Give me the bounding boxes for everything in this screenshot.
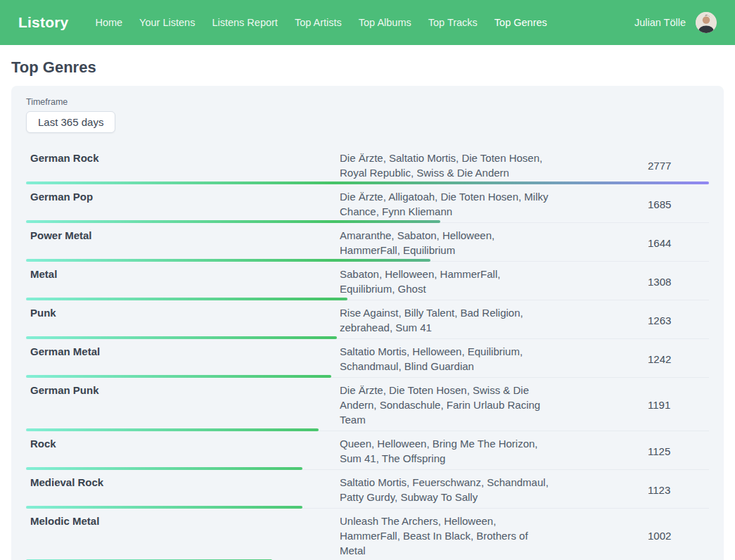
genre-row: German Metal Saltatio Mortis, Helloween,…: [26, 339, 709, 378]
genre-count: 1123: [555, 483, 709, 497]
genre-count: 1242: [555, 352, 709, 367]
genre-bar: [26, 428, 319, 431]
genre-row: Rock Queen, Helloween, Bring Me The Hori…: [26, 431, 709, 470]
genre-row-content: Melodic Metal Unleash The Archers, Hello…: [26, 514, 709, 558]
genre-artists: Die Ärzte, Saltatio Mortis, Die Toten Ho…: [340, 151, 555, 180]
genre-row-content: Power Metal Amaranthe, Sabaton, Hellowee…: [26, 228, 709, 257]
genre-table: German Rock Die Ärzte, Saltatio Mortis, …: [26, 146, 709, 560]
genre-artists: Saltatio Mortis, Helloween, Equilibrium,…: [340, 344, 555, 374]
genre-row: Medieval Rock Saltatio Mortis, Feuerschw…: [26, 470, 709, 509]
genre-count: 1191: [555, 397, 709, 412]
genre-bar: [26, 259, 430, 262]
genre-name: Medieval Rock: [26, 475, 340, 490]
genre-bar: [26, 506, 302, 509]
genre-name: Power Metal: [26, 228, 340, 243]
genre-row-content: German Rock Die Ärzte, Saltatio Mortis, …: [26, 151, 709, 180]
genre-count: 1685: [555, 197, 709, 212]
genre-count: 1263: [555, 313, 709, 328]
genre-artists: Saltatio Mortis, Feuerschwanz, Schandmau…: [340, 475, 555, 504]
genre-row: German Punk Die Ärzte, Die Toten Hosen, …: [26, 378, 709, 431]
genre-row-content: Metal Sabaton, Helloween, HammerFall, Eq…: [26, 267, 709, 296]
genre-artists: Queen, Helloween, Bring Me The Horizon, …: [340, 436, 555, 466]
genre-bar-track: [26, 182, 709, 184]
genre-row-content: Medieval Rock Saltatio Mortis, Feuerschw…: [26, 475, 709, 504]
genre-name: Rock: [26, 436, 340, 451]
genre-row: Power Metal Amaranthe, Sabaton, Hellowee…: [26, 223, 709, 262]
genre-row: Melodic Metal Unleash The Archers, Hello…: [26, 509, 709, 560]
genre-count: 1002: [555, 528, 709, 543]
genre-count: 2777: [555, 158, 709, 173]
genre-bar: [26, 336, 337, 339]
nav-item-top-albums[interactable]: Top Albums: [359, 17, 411, 28]
genre-name: Metal: [26, 267, 340, 281]
genre-count: 1125: [555, 444, 709, 459]
genre-bar-track: [26, 375, 709, 378]
genre-row: German Rock Die Ärzte, Saltatio Mortis, …: [26, 146, 709, 184]
genre-name: German Metal: [26, 344, 340, 359]
navbar: Listory HomeYour ListensListens ReportTo…: [0, 0, 735, 45]
genre-artists: Unleash The Archers, Helloween, HammerFa…: [340, 514, 555, 558]
nav-item-top-genres[interactable]: Top Genres: [494, 17, 547, 28]
genre-artists: Die Ärzte, Die Toten Hosen, Swiss & Die …: [340, 383, 555, 427]
genre-artists: Sabaton, Helloween, HammerFall, Equilibr…: [340, 267, 555, 296]
genre-artists: Amaranthe, Sabaton, Helloween, HammerFal…: [340, 228, 555, 257]
genre-name: German Rock: [26, 151, 340, 165]
genre-name: German Punk: [26, 383, 340, 397]
genre-name: German Pop: [26, 189, 340, 204]
nav-item-top-tracks[interactable]: Top Tracks: [428, 17, 478, 28]
timeframe-label: Timeframe: [26, 97, 709, 107]
genre-row-content: German Metal Saltatio Mortis, Helloween,…: [26, 344, 709, 374]
genre-artists: Rise Against, Billy Talent, Bad Religion…: [340, 305, 555, 335]
genre-bar-track: [26, 467, 709, 470]
user-photo-icon: [696, 12, 717, 33]
genre-row: Metal Sabaton, Helloween, HammerFall, Eq…: [26, 262, 709, 300]
genre-count: 1644: [555, 236, 709, 250]
genre-bar: [26, 467, 302, 470]
nav-item-home[interactable]: Home: [95, 17, 122, 28]
genre-row-content: German Punk Die Ärzte, Die Toten Hosen, …: [26, 383, 709, 427]
app-logo[interactable]: Listory: [18, 14, 68, 31]
main-nav: HomeYour ListensListens ReportTop Artist…: [95, 17, 634, 28]
genre-name: Punk: [26, 305, 340, 320]
genre-bar-track: [26, 428, 709, 431]
genre-row: Punk Rise Against, Billy Talent, Bad Rel…: [26, 300, 709, 339]
genre-row: German Pop Die Ärzte, Alligatoah, Die To…: [26, 184, 709, 223]
genre-bar: [26, 298, 347, 300]
nav-item-listens-report[interactable]: Listens Report: [212, 17, 278, 28]
genre-bar-track: [26, 298, 709, 300]
timeframe-select[interactable]: Last 365 days: [26, 111, 115, 133]
genre-bar: [26, 375, 331, 378]
nav-item-top-artists[interactable]: Top Artists: [295, 17, 342, 28]
page-title: Top Genres: [11, 58, 724, 77]
user-name[interactable]: Julian Tölle: [634, 17, 686, 28]
genre-row-content: Rock Queen, Helloween, Bring Me The Hori…: [26, 436, 709, 466]
genre-bar: [26, 220, 440, 223]
user-avatar[interactable]: [696, 12, 717, 33]
genre-bar-track: [26, 336, 709, 339]
genre-bar-track: [26, 220, 709, 223]
genre-count: 1308: [555, 274, 709, 289]
genre-row-content: Punk Rise Against, Billy Talent, Bad Rel…: [26, 305, 709, 335]
genre-artists: Die Ärzte, Alligatoah, Die Toten Hosen, …: [340, 189, 555, 219]
genre-bar-track: [26, 506, 709, 509]
genre-bar: [26, 182, 709, 184]
timeframe-filter: Timeframe Last 365 days: [26, 97, 709, 133]
navbar-user-area: Julian Tölle: [634, 12, 717, 33]
genre-row-content: German Pop Die Ärzte, Alligatoah, Die To…: [26, 189, 709, 219]
genre-name: Melodic Metal: [26, 514, 340, 528]
genre-bar-track: [26, 259, 709, 262]
nav-item-your-listens[interactable]: Your Listens: [139, 17, 195, 28]
top-genres-card: Timeframe Last 365 days German Rock Die …: [11, 86, 724, 560]
main-content: Top Genres Timeframe Last 365 days Germa…: [0, 58, 735, 560]
